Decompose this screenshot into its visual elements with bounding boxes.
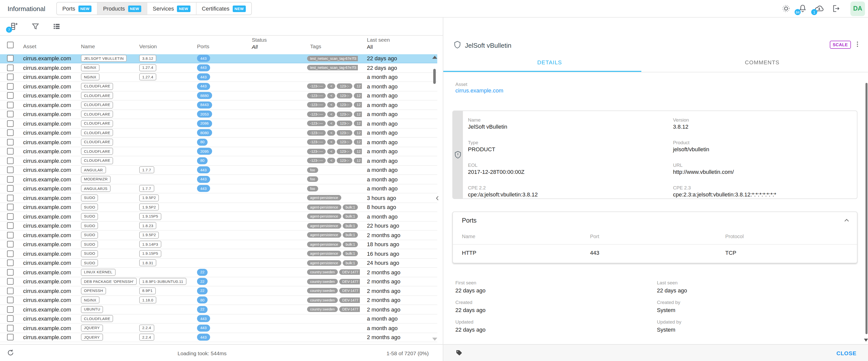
tab-certificates[interactable]: Certificates NEW [196,2,251,14]
row-checkbox[interactable] [7,306,13,313]
detail-scrollbar-thumb[interactable] [865,83,868,334]
table-row[interactable]: cirrus.example.comSUDO1.8.23agent-persis… [0,221,437,231]
row-checkbox[interactable] [7,334,13,341]
row-checkbox[interactable] [7,167,13,173]
row-checkbox[interactable] [7,269,13,275]
table-row[interactable]: cirrus.example.comCLOUDFLARE443-123-:---… [0,82,437,91]
col-status[interactable]: Status [252,37,267,43]
row-checkbox[interactable] [7,176,13,183]
table-row[interactable]: cirrus.example.comCLOUDFLARE2086-123-:--… [0,119,437,128]
table-row[interactable]: cirrus.example.comCLOUDFLARE8080-123-:--… [0,128,437,138]
table-row[interactable]: cirrus.example.comNGINX1.18.080country:s… [0,296,437,305]
row-checkbox[interactable] [7,316,13,322]
scale-badge[interactable]: SCALE [830,41,851,49]
row-checkbox[interactable] [7,74,13,80]
row-checkbox[interactable] [7,148,13,155]
close-button[interactable]: CLOSE [836,350,857,356]
row-checkbox[interactable] [7,195,13,201]
table-row[interactable]: cirrus.example.comSUDO1.9.5P2agent-persi… [0,193,437,203]
col-last-seen[interactable]: Last seen [367,37,390,43]
col-asset[interactable]: Asset [23,43,36,49]
row-checkbox[interactable] [7,288,13,294]
table-row[interactable]: cirrus.example.comCLOUDFLARE443a month a… [0,314,437,324]
status-filter[interactable]: All [252,44,257,50]
asset-link[interactable]: cirrus.example.com [455,88,503,94]
table-row[interactable]: cirrus.example.comOPENSSH8.9P122country:… [0,286,437,296]
row-checkbox[interactable] [7,55,13,62]
row-checkbox[interactable] [7,278,13,285]
table-row[interactable]: cirrus.example.comLINUX KERNEL22country:… [0,268,437,277]
theme-toggle-button[interactable] [781,3,791,13]
tags-button[interactable] [455,349,463,357]
row-checkbox[interactable] [7,65,13,71]
col-version[interactable]: Version [139,43,157,49]
col-name[interactable]: Name [81,43,95,49]
row-checkbox[interactable] [7,120,13,127]
row-checkbox[interactable] [7,251,13,257]
row-checkbox[interactable] [7,93,13,99]
view-list-button[interactable] [51,21,61,31]
row-checkbox[interactable] [7,260,13,266]
row-checkbox[interactable] [7,223,13,229]
table-row[interactable]: cirrus.example.comCLOUDFLARE2053-123-:--… [0,110,437,119]
row-checkbox[interactable] [7,111,13,118]
col-ports[interactable]: Ports [197,43,209,49]
row-checkbox[interactable] [7,139,13,145]
table-row[interactable]: cirrus.example.comCLOUDFLARE8880-123-:--… [0,91,437,100]
table-row[interactable]: cirrus.example.comANGULAR1.7.7443fooa mo… [0,166,437,175]
table-row[interactable]: cirrus.example.comSUDO1.9.14P3agent-pers… [0,240,437,249]
table-row[interactable]: cirrus.example.comANGULARJS1.7.7443fooa … [0,184,437,193]
tags-cell: -123-:---<123-:-12 [307,139,365,146]
detail-scroll-down-arrow[interactable] [864,339,868,342]
scroll-down-arrow[interactable] [432,338,437,341]
last-seen-filter[interactable]: All [367,44,373,50]
col-tags[interactable]: Tags [310,43,321,49]
downloads-button[interactable]: 1 [814,3,824,13]
filter-button[interactable] [30,21,40,31]
collapse-ports-button[interactable] [843,217,850,224]
table-row[interactable]: cirrus.example.comJQUERY2.2.44432 months… [0,333,437,342]
table-row[interactable]: cirrus.example.comSUDO1.9.15P5agent-pers… [0,249,437,259]
row-checkbox[interactable] [7,83,13,90]
row-checkbox[interactable] [7,325,13,331]
table-row[interactable]: cirrus.example.comCLOUDFLARE80-123-:---<… [0,138,437,147]
row-checkbox[interactable] [7,204,13,210]
select-all-checkbox[interactable] [7,42,13,48]
refresh-button[interactable] [6,349,14,357]
table-row[interactable]: cirrus.example.comCLOUDFLARE2095-123-:--… [0,147,437,156]
table-row[interactable]: cirrus.example.comMODERNIZR443fooa month… [0,175,437,184]
columns-button[interactable]: 7 [9,21,19,31]
tab-comments[interactable]: COMMENTS [656,59,868,65]
table-row[interactable]: cirrus.example.comDEB PACKAGE 'OPENSSH'1… [0,277,437,286]
avatar[interactable]: DA [850,1,865,16]
logout-button[interactable] [831,3,841,13]
table-row[interactable]: cirrus.example.comJQUERY2.2.4443a month … [0,324,437,333]
row-checkbox[interactable] [7,297,13,303]
table-row[interactable]: cirrus.example.comSUDO1.8.31agent-persis… [0,259,437,268]
scroll-up-arrow[interactable] [432,56,437,59]
row-checkbox[interactable] [7,232,13,238]
table-row[interactable]: cirrus.example.comSUDO1.9.15P5agent-pers… [0,212,437,221]
tab-services[interactable]: Services NEW [147,2,196,14]
list-scrollbar-thumb[interactable] [433,69,436,84]
table-row[interactable]: cirrus.example.comJELSOFT VBULLETIN3.8.1… [0,54,437,63]
tab-ports[interactable]: Ports NEW [57,2,97,14]
row-checkbox[interactable] [7,130,13,136]
more-menu-button[interactable] [854,40,861,48]
table-row[interactable]: cirrus.example.comCLOUDFLARE8443-123-:--… [0,100,437,110]
notifications-button[interactable]: 84 [798,3,808,13]
table-row[interactable]: cirrus.example.comSUDO1.9.5P2agent-persi… [0,231,437,240]
row-checkbox[interactable] [7,213,13,220]
collapse-panel-button[interactable] [434,195,441,201]
row-checkbox[interactable] [7,186,13,192]
row-checkbox[interactable] [7,102,13,108]
table-row[interactable]: cirrus.example.comSUDO1.9.5P2agent-persi… [0,203,437,212]
table-row[interactable]: cirrus.example.comCLOUDFLARE80-123-:---<… [0,156,437,166]
tab-products[interactable]: Products NEW [97,2,147,14]
row-checkbox[interactable] [7,158,13,164]
row-checkbox[interactable] [7,241,13,248]
table-row[interactable]: cirrus.example.comNGINX1.27.4443test_net… [0,63,437,73]
table-row[interactable]: cirrus.example.comUBUNTU22country:sweden… [0,305,437,314]
tab-details[interactable]: DETAILS [443,59,656,65]
table-row[interactable]: cirrus.example.comNGINX1.27.4443a month … [0,73,437,82]
